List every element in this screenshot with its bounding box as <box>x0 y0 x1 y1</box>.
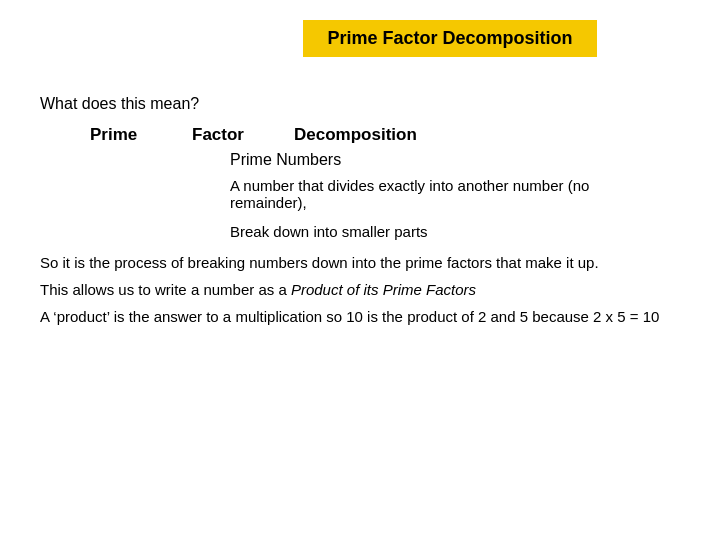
allows-italic: Product of its Prime Factors <box>291 281 476 298</box>
product-text: A ‘product’ is the answer to a multiplic… <box>40 308 690 325</box>
allows-text: This allows us to write a number as a Pr… <box>40 281 690 298</box>
term-decomposition: Decomposition <box>294 125 417 145</box>
factor-definition: Break down into smaller parts <box>230 223 690 240</box>
what-does-label: What does this mean? <box>40 95 690 113</box>
process-text: So it is the process of breaking numbers… <box>40 254 690 271</box>
page: Prime Factor Decomposition What does thi… <box>0 0 720 540</box>
definitions-block: Prime Numbers A number that divides exac… <box>230 151 690 240</box>
term-factor: Factor <box>192 125 272 145</box>
process-text-content: So it is the process of breaking numbers… <box>40 254 599 271</box>
terms-row: Prime Factor Decomposition <box>90 125 690 145</box>
prime-definition: A number that divides exactly into anoth… <box>230 177 600 211</box>
prime-numbers-label: Prime Numbers <box>230 151 690 169</box>
term-prime: Prime <box>90 125 170 145</box>
title-banner: Prime Factor Decomposition <box>303 20 596 57</box>
allows-text-start: This allows us to write a number as a <box>40 281 291 298</box>
